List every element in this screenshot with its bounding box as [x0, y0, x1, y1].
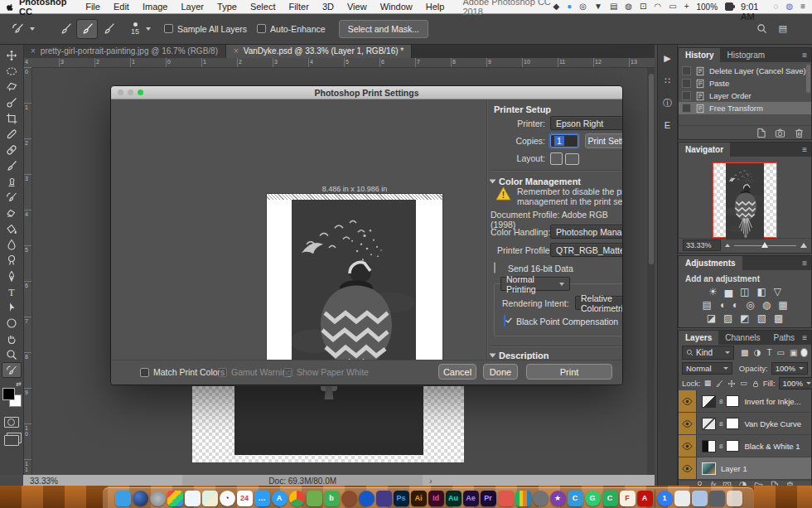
menu-filter[interactable]: Filter: [288, 2, 308, 12]
zoom-out-icon[interactable]: [725, 244, 730, 247]
filter-smart-objects-icon[interactable]: ▣: [790, 349, 797, 357]
layer-thumbnail[interactable]: [702, 462, 716, 475]
document-tab-1[interactable]: × pretty-girl-portrait-painting.jpg @ 16…: [23, 44, 226, 58]
pen-tool[interactable]: [2, 268, 22, 283]
dock-gray-app[interactable]: [533, 491, 549, 506]
horizontal-ruler[interactable]: 4321012345678910111213: [23, 58, 655, 68]
filter-toggle-icon[interactable]: [800, 348, 808, 357]
dock-acrobat[interactable]: A: [637, 491, 653, 506]
color-handling-select[interactable]: Photoshop Manages Colors: [550, 225, 623, 239]
menu-help[interactable]: Help: [426, 2, 445, 12]
color-management-heading[interactable]: Color Management: [491, 177, 581, 186]
history-source-checkbox[interactable]: [682, 104, 691, 113]
invert-icon[interactable]: ◪: [707, 313, 716, 323]
minimize-window-button[interactable]: [128, 90, 133, 95]
panel-scrollbar[interactable]: [806, 65, 810, 93]
section-collapse-icon[interactable]: [490, 354, 496, 358]
history-source-checkbox[interactable]: [682, 79, 691, 88]
posterize-icon[interactable]: ▨: [723, 313, 732, 323]
airplay-icon[interactable]: ▭: [669, 2, 676, 11]
layout-landscape-icon[interactable]: [565, 153, 579, 165]
dock-c-blue-app[interactable]: C: [568, 491, 583, 506]
selective-color-icon[interactable]: ▧: [757, 313, 766, 323]
filter-type-layers-icon[interactable]: T: [766, 349, 771, 357]
exposure-icon[interactable]: ◧: [756, 287, 766, 297]
history-state[interactable]: Delete Layer (Cancel Save): [679, 65, 811, 77]
navigator-proxy-view[interactable]: [713, 162, 777, 238]
tool-preset-picker[interactable]: [7, 19, 28, 39]
match-print-colors-checkbox[interactable]: [140, 368, 149, 377]
brush-size-chevron-icon[interactable]: [146, 27, 151, 31]
dock-siri[interactable]: [133, 491, 148, 506]
tab-histogram[interactable]: Histogram: [720, 48, 771, 62]
ellipse-tool[interactable]: [2, 315, 22, 331]
foreground-color-swatch[interactable]: [2, 388, 15, 400]
dock-pencil-app[interactable]: [341, 491, 357, 506]
history-source-checkbox[interactable]: [682, 66, 691, 75]
menu-3d[interactable]: 3D: [322, 2, 334, 12]
eye-icon[interactable]: [682, 441, 693, 452]
filter-shape-layers-icon[interactable]: ▭: [776, 349, 784, 357]
document-tab-2[interactable]: × VanDyke.psd @ 33.3% (Layer 1, RGB/16) …: [226, 44, 412, 58]
tab-history[interactable]: History: [679, 48, 720, 62]
menu-select[interactable]: Select: [250, 2, 276, 12]
select-and-mask-button[interactable]: Select and Mask...: [339, 20, 428, 38]
channel-mixer-icon[interactable]: ◍: [762, 300, 771, 310]
swap-colors-icon[interactable]: ⇄: [16, 380, 22, 388]
done-button[interactable]: Done: [483, 364, 518, 380]
info-panel-icon[interactable]: ⓘ: [663, 99, 672, 108]
layer-name[interactable]: Layer 1: [721, 464, 747, 473]
close-tab-icon[interactable]: ×: [31, 46, 36, 56]
lock-position-icon[interactable]: [727, 380, 736, 388]
menu-edit[interactable]: Edit: [114, 2, 129, 12]
dock-screenshot-file[interactable]: [709, 491, 725, 506]
menu-layer[interactable]: Layer: [181, 2, 204, 12]
layer-name[interactable]: Invert for Inkje...: [744, 397, 800, 406]
curves-icon[interactable]: ◫: [740, 287, 749, 297]
new-doc-from-state-icon[interactable]: [756, 128, 766, 138]
dock-affinity[interactable]: [359, 491, 375, 506]
sample-all-layers-option[interactable]: Sample All Layers: [164, 24, 247, 34]
dock-bear[interactable]: b: [324, 491, 340, 506]
displays-icon[interactable]: ▤: [610, 2, 617, 11]
elliptical-marquee-tool[interactable]: [2, 63, 22, 79]
creative-cloud-icon[interactable]: ◎: [579, 2, 587, 11]
layer-visibility-cell[interactable]: [679, 435, 697, 457]
eye-icon[interactable]: [682, 418, 693, 429]
match-print-colors-option[interactable]: Match Print Colors: [140, 367, 225, 377]
auto-enhance-checkbox[interactable]: [257, 24, 266, 33]
screen-mode-button[interactable]: [4, 435, 19, 446]
dock-trash[interactable]: [727, 491, 742, 506]
layer-thumbnail[interactable]: [702, 395, 716, 408]
layer-mask-thumbnail[interactable]: [726, 440, 739, 452]
slider-thumb[interactable]: [761, 242, 768, 248]
layer-mask-thumbnail[interactable]: [726, 395, 739, 407]
layer-visibility-cell[interactable]: [679, 413, 697, 434]
vibrance-icon[interactable]: ▽: [774, 287, 781, 297]
dock-photoshop[interactable]: Ps: [394, 491, 409, 506]
eye-icon[interactable]: [682, 463, 693, 474]
hand-tool[interactable]: [2, 331, 22, 346]
zoom-in-icon[interactable]: [800, 243, 807, 248]
dock-music-app[interactable]: [515, 491, 531, 506]
history-source-checkbox[interactable]: [682, 91, 691, 100]
menu-window[interactable]: Window: [380, 2, 413, 12]
layer-visibility-cell[interactable]: [679, 390, 697, 412]
color-balance-icon[interactable]: ◖: [719, 300, 725, 310]
tab-adjustments[interactable]: Adjustments: [679, 256, 742, 270]
layer-row[interactable]: 8 Invert for Inkje...: [679, 390, 811, 413]
dock-premiere[interactable]: Pr: [481, 491, 496, 506]
quick-mask-button[interactable]: [4, 417, 19, 428]
print-button[interactable]: Print: [526, 364, 612, 380]
dock-messages[interactable]: …: [254, 491, 270, 506]
clone-stamp-tool[interactable]: [2, 173, 22, 189]
brush-size-control[interactable]: 15: [131, 22, 139, 36]
mask-link-icon[interactable]: 8: [719, 443, 723, 450]
type-tool[interactable]: [2, 283, 22, 299]
new-snapshot-icon[interactable]: [775, 128, 785, 138]
section-collapse-icon[interactable]: [490, 180, 496, 184]
notes-panel-icon[interactable]: E: [665, 121, 670, 130]
opacity-select[interactable]: 100%: [771, 362, 808, 375]
notification-center-icon[interactable]: ≡: [800, 2, 805, 11]
dock-aftereffects[interactable]: Ae: [463, 491, 479, 506]
